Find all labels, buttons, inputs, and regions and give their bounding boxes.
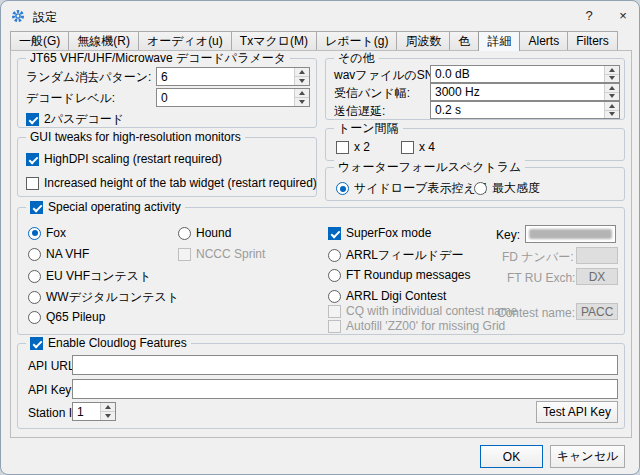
fox-label: Fox [46, 226, 66, 240]
radio-icon [178, 227, 191, 240]
ft-roundup-radio[interactable]: FT Roundup messages [328, 268, 471, 282]
fox-radio[interactable]: Fox [28, 226, 66, 240]
misc-group: その他 wavファイルのSN比を落とす: 0.0 dB 受信バンド幅: 3000… [325, 58, 625, 120]
radio-icon [328, 249, 341, 262]
radio-icon [328, 269, 341, 282]
down-arrow-icon [609, 76, 615, 80]
random-erasure-spinbox[interactable]: 6 [156, 67, 310, 86]
special-activity-group-title: Special operating activity [26, 200, 185, 215]
tab-tx-macros[interactable]: Txマクロ(M) [231, 31, 317, 50]
special-activity-checkbox[interactable] [30, 201, 43, 214]
special-activity-label: Special operating activity [48, 200, 181, 215]
arrl-digi-contest-radio[interactable]: ARRL Digi Contest [328, 289, 446, 303]
tab-colors[interactable]: 色 [449, 31, 479, 50]
radio-icon [28, 227, 41, 240]
spin-up-button[interactable] [295, 89, 309, 97]
tone-x2-checkbox[interactable]: x 2 [336, 140, 370, 154]
gui-tweaks-group-title: GUI tweaks for high-resolution monitors [26, 130, 245, 145]
tx-delay-spinbox[interactable]: 0.2 s [430, 101, 620, 119]
spin-down-button[interactable] [605, 74, 619, 83]
rx-bandwidth-spinbox[interactable]: 3000 Hz [430, 83, 620, 101]
checkbox-icon [178, 248, 191, 261]
tab-advanced[interactable]: 詳細 [478, 31, 520, 51]
help-button[interactable]: ? [573, 1, 605, 31]
api-url-input[interactable] [72, 355, 618, 375]
tab-radio[interactable]: 無線機(R) [68, 31, 139, 50]
superfox-mode-checkbox[interactable]: SuperFox mode [328, 226, 431, 240]
spin-controls [604, 84, 619, 100]
nccc-sprint-label: NCCC Sprint [196, 247, 265, 261]
settings-dialog: 設定 ? × 一般(G) 無線機(R) オーディオ(u) Txマクロ(M) レポ… [0, 0, 640, 475]
eu-vhf-contest-radio[interactable]: EU VHFコンテスト [28, 268, 151, 285]
decode-level-label: デコードレベル: [26, 90, 115, 106]
wav-sn-spinbox[interactable]: 0.0 dB [430, 65, 620, 83]
ww-digi-contest-radio[interactable]: WWデジタルコンテスト [28, 289, 179, 306]
checkbox-icon [328, 227, 341, 240]
close-button[interactable]: × [607, 1, 639, 31]
q65-pileup-label: Q65 Pileup [46, 310, 105, 324]
decode-level-spinbox[interactable]: 0 [156, 88, 310, 107]
tab-widget-height-checkbox[interactable]: Increased height of the tab widget (rest… [26, 176, 317, 190]
tone-x4-checkbox[interactable]: x 4 [401, 140, 435, 154]
cloudlog-group-title: Enable Cloudlog Features [26, 336, 191, 351]
tab-reporting[interactable]: レポート(g) [316, 31, 398, 50]
api-key-input[interactable] [72, 379, 618, 399]
spin-controls [100, 403, 115, 420]
spin-down-button[interactable] [605, 110, 619, 119]
arrl-field-day-radio[interactable]: ARRLフィールドデー [328, 247, 463, 264]
tab-audio[interactable]: オーディオ(u) [138, 31, 232, 50]
spin-up-button[interactable] [101, 403, 115, 411]
test-api-key-button[interactable]: Test API Key [536, 401, 618, 423]
spin-controls [294, 89, 309, 106]
tab-frequencies[interactable]: 周波数 [396, 31, 450, 50]
tab-general[interactable]: 一般(G) [10, 31, 69, 50]
spin-down-button[interactable] [605, 92, 619, 101]
cancel-button[interactable]: キャンセル [550, 445, 625, 468]
spin-up-button[interactable] [295, 68, 309, 76]
tone-x2-label: x 2 [354, 140, 370, 154]
up-arrow-icon [299, 70, 305, 74]
checkbox-icon [30, 201, 43, 214]
checkbox-icon [328, 320, 341, 333]
two-pass-label: 2パスデコード [44, 111, 124, 128]
spin-up-button[interactable] [605, 66, 619, 74]
tab-widget-height-label: Increased height of the tab widget (rest… [44, 176, 317, 190]
contest-name-label: Contest name: [497, 305, 572, 321]
two-pass-checkbox[interactable]: 2パスデコード [26, 111, 124, 128]
spin-down-button[interactable] [295, 97, 309, 106]
down-arrow-icon [105, 414, 111, 418]
eu-vhf-contest-label: EU VHFコンテスト [46, 268, 151, 285]
low-sidelobes-radio[interactable]: サイドローブ表示控え目 [336, 180, 488, 197]
checkbox-icon [328, 305, 341, 318]
radio-icon [336, 182, 349, 195]
random-erasure-value: 6 [157, 69, 294, 85]
titlebar: 設定 ? × [1, 1, 639, 31]
spin-controls [604, 102, 619, 118]
highdpi-checkbox[interactable]: HighDPI scaling (restart required) [26, 152, 222, 166]
up-arrow-icon [609, 104, 615, 108]
gui-tweaks-group: GUI tweaks for high-resolution monitors … [17, 137, 317, 197]
spin-down-button[interactable] [101, 411, 115, 420]
spin-down-button[interactable] [295, 76, 309, 85]
checkbox-icon [336, 141, 349, 154]
na-vhf-radio[interactable]: NA VHF [28, 247, 89, 261]
station-id-spinbox[interactable]: 1 [72, 402, 116, 421]
rx-bandwidth-label: 受信バンド幅: [334, 85, 410, 101]
spin-up-button[interactable] [605, 84, 619, 92]
ok-button[interactable]: OK [480, 445, 543, 468]
most-sensitive-label: 最大感度 [492, 180, 540, 197]
spin-up-button[interactable] [605, 102, 619, 110]
superfox-key-label: Key: [488, 227, 520, 243]
checkbox-icon [26, 177, 39, 190]
tab-alerts[interactable]: Alerts [519, 31, 568, 50]
rx-bandwidth-value: 3000 Hz [431, 84, 604, 100]
na-vhf-label: NA VHF [46, 247, 89, 261]
tab-filters[interactable]: Filters [567, 31, 618, 50]
superfox-key-field[interactable] [525, 225, 616, 243]
most-sensitive-radio[interactable]: 最大感度 [474, 180, 540, 197]
tx-delay-value: 0.2 s [431, 102, 604, 118]
q65-pileup-radio[interactable]: Q65 Pileup [28, 310, 105, 324]
cloudlog-enable-checkbox[interactable] [30, 337, 43, 350]
hound-radio[interactable]: Hound [178, 226, 231, 240]
misc-group-title: その他 [334, 51, 379, 66]
